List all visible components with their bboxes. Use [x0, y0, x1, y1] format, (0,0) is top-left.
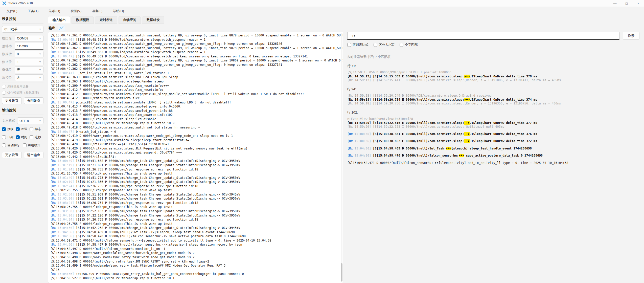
- device-option-checkbox[interactable]: 优化帧处理（粘包处理）: [2, 91, 43, 95]
- unchecked-checkbox-icon[interactable]: [400, 43, 403, 47]
- app-logo-icon: [2, 1, 6, 5]
- log-line: [Rx 15:04:56] [S]15:04:58.497 D 00000/(n…: [50, 243, 343, 247]
- close-device-button[interactable]: 关闭设备: [24, 97, 44, 104]
- log-line: [Rx 15:02:50] [S]15:02:51.939 P 00000/pm…: [50, 192, 343, 197]
- checkbox-label: 自动换行: [7, 143, 19, 147]
- search-option-checkbox[interactable]: 正则表达式: [347, 43, 369, 47]
- log-line: [Rx 15:03:24] [S]15:03:26.754 P 00000/pm…: [50, 201, 343, 205]
- unchecked-checkbox-icon[interactable]: [374, 43, 377, 47]
- output-option-checkbox[interactable]: 标志: [30, 127, 43, 131]
- rx-timestamp: 15:00:47]: [56, 71, 74, 75]
- checked-checkbox-icon[interactable]: ✓: [16, 135, 20, 139]
- search-results[interactable]: 实时搜索结果: 找到 7 个匹配项行 71:[S]14:59:15.056 D …: [347, 52, 641, 165]
- menu-item-0[interactable]: 文件(F): [5, 8, 19, 14]
- tab-输入输出[interactable]: 输入输出: [48, 16, 70, 24]
- checked-checkbox-icon[interactable]: ✓: [2, 127, 6, 131]
- log-line: [S]15:00:49.363 I 00000/(null)/com.asrmi…: [50, 79, 343, 84]
- tab-定时发送[interactable]: 定时发送: [95, 16, 117, 24]
- menu-item-2[interactable]: 选项(O): [47, 8, 62, 14]
- rx-timestamp: 15:02:50]: [56, 193, 74, 196]
- log-line: [Rx 15:01:49] [S]15:01:51.773 P 00000/pm…: [50, 176, 343, 180]
- device-type-select[interactable]: 串口助手 ▼: [2, 26, 43, 33]
- rx-timestamp: 15:02:24]: [56, 184, 74, 188]
- unchecked-checkbox-icon[interactable]: [30, 127, 33, 131]
- result-line: etEventView backEventView:0x310ecf28: [347, 117, 641, 121]
- rx-timestamp: 15:04:56]: [353, 147, 371, 150]
- log-line: [Rx 15:03:50] [S]15:03:52.103 P 00000/pm…: [50, 209, 343, 213]
- tab-数据预设[interactable]: 数据预设: [72, 16, 94, 24]
- serial-setting-row: 停止位1▼: [2, 59, 43, 65]
- chart-view-button[interactable]: [58, 25, 65, 31]
- log-line: [S]15:04:58.499 I 00000/modemadp/sync_re…: [50, 264, 343, 268]
- output-option-checkbox[interactable]: 终端模式: [23, 143, 43, 147]
- log-line: [S]15:00:49.362 D 00000/lcd/com.asrmicro…: [50, 67, 343, 71]
- search-input[interactable]: -+>: [347, 32, 619, 40]
- rx-prefix: [Rx: [50, 214, 56, 217]
- 数据位-select[interactable]: 8▼: [15, 51, 43, 57]
- field-value: 8: [17, 52, 19, 56]
- log-line: [S]15:00:49.420 D 00000/lcd/com.asrmicro…: [50, 150, 343, 155]
- baudrate-input[interactable]: 115200: [15, 43, 43, 50]
- tab-数据转发[interactable]: 数据转发: [142, 16, 164, 24]
- 端口名-select[interactable]: COM58▼: [15, 35, 43, 42]
- highlighted-match: -+>: [459, 154, 464, 157]
- output-option-checkbox[interactable]: 毫秒: [30, 135, 43, 139]
- output-option-checkbox[interactable]: ✓接收: [2, 127, 16, 131]
- menu-item-1[interactable]: 工具(T): [26, 8, 40, 14]
- log-line: [S]15:00:49.362 D 00000/lcd/com.asrmicro…: [50, 58, 343, 63]
- result-line: [S]15:04:58.471 D 00000/(null)/falcon_se…: [347, 161, 641, 165]
- menu-item-3[interactable]: 视图(V): [69, 8, 83, 14]
- menu-item-4[interactable]: 语言(L): [90, 8, 104, 14]
- search-button[interactable]: 搜索: [623, 32, 639, 40]
- text-format-select[interactable]: UTF-8 ▼: [17, 117, 43, 124]
- rx-prefix: [Rx: [50, 55, 56, 58]
- output-section-title: 输出: [49, 26, 56, 30]
- checkbox-label: 全字匹配: [405, 43, 418, 47]
- unchecked-checkbox-icon[interactable]: [347, 43, 351, 47]
- unchecked-checkbox-icon[interactable]: [23, 143, 27, 147]
- rx-prefix: [Rx: [347, 154, 353, 157]
- clear-output-button[interactable]: 清空输出: [24, 152, 44, 158]
- unchecked-checkbox-icon[interactable]: [2, 85, 6, 89]
- result-line-header: 行 94:: [347, 87, 641, 91]
- log-line: [S]15:00:49.420 E 00000/ril/com.asrmicro…: [50, 146, 343, 151]
- rx-timestamp: 15:04:20]: [56, 214, 74, 217]
- checked-checkbox-icon[interactable]: ✓: [16, 127, 20, 131]
- more-settings-button[interactable]: 更多设置: [2, 97, 22, 104]
- close-button[interactable]: ×: [632, 0, 644, 7]
- rx-timestamp: 15:04:56]: [56, 230, 74, 234]
- log-scrollbar[interactable]: [341, 33, 342, 282]
- output-option-checkbox[interactable]: 日期: [2, 135, 16, 139]
- unchecked-checkbox-icon[interactable]: [2, 143, 6, 147]
- output-option-checkbox[interactable]: ✓发送: [16, 127, 30, 131]
- unchecked-checkbox-icon[interactable]: [2, 91, 6, 95]
- maximize-button[interactable]: □: [621, 0, 632, 7]
- output-option-row: ✓接收✓发送标志: [2, 127, 43, 133]
- minimize-button[interactable]: —: [609, 0, 621, 7]
- device-option-checkbox[interactable]: 忽略已占用设备: [2, 84, 43, 89]
- rx-prefix: [Rx: [50, 201, 56, 205]
- log-line: [S]15:04:58.498 D 00000/work_mode/sync_r…: [50, 255, 343, 259]
- search-option-checkbox[interactable]: 全字匹配: [400, 43, 418, 47]
- log-scrollbar-thumb[interactable]: [341, 263, 342, 281]
- output-more-settings-button[interactable]: 更多设置: [2, 152, 22, 158]
- rx-prefix: [Rx: [50, 50, 56, 54]
- log-line: [S]15:04:58.527 D 00000/(null)/vcom_rx_t…: [50, 276, 343, 280]
- 流控位-select[interactable]: 无▼: [15, 74, 43, 81]
- serial-setting-row: 数据位8▼: [2, 51, 43, 57]
- 奇偶位-select[interactable]: 无▼: [15, 67, 43, 73]
- result-line: [Rx 14:59:20] [S]14:59:22.316 E 00000/(n…: [347, 121, 641, 125]
- tab-自动应答[interactable]: 自动应答: [119, 16, 141, 24]
- 停止位-select[interactable]: 1▼: [15, 59, 43, 65]
- device-type-value: 串口助手: [4, 27, 17, 32]
- search-result-summary: 实时搜索结果: 找到 7 个匹配项: [347, 55, 641, 59]
- search-options: 正则表达式区分大小写全字匹配: [347, 43, 641, 49]
- serial-log-output[interactable]: [S]15:00:47.361 D 00000/lcd/com.asrmicro…: [48, 32, 343, 283]
- unchecked-checkbox-icon[interactable]: [30, 135, 33, 139]
- output-option-checkbox[interactable]: ✓时间: [16, 135, 30, 139]
- unchecked-checkbox-icon[interactable]: [2, 135, 6, 139]
- rx-timestamp: 15:00:47]: [56, 130, 74, 134]
- menu-item-5[interactable]: 帮助(H): [111, 8, 125, 14]
- search-option-checkbox[interactable]: 区分大小写: [374, 43, 395, 47]
- output-option-checkbox[interactable]: 自动换行: [2, 143, 23, 147]
